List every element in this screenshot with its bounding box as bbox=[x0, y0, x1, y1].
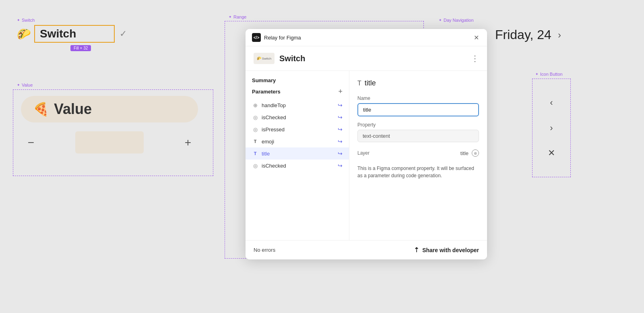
isChecked-2-arrow-icon: ↪ bbox=[338, 162, 343, 169]
handleTop-arrow-icon: ↪ bbox=[338, 102, 343, 108]
title-icon: T bbox=[252, 151, 258, 156]
layer-value-text: title bbox=[460, 150, 469, 156]
emoji-icon: T bbox=[252, 139, 258, 144]
component-thumbnail: 🌮 Switch bbox=[254, 53, 275, 64]
icon-button-box: ‹ › ✕ bbox=[532, 79, 571, 177]
isPressed-label: isPressed bbox=[262, 126, 285, 133]
title-arrow-icon: ↪ bbox=[338, 150, 343, 157]
value-text: Value bbox=[54, 101, 92, 118]
day-navigation-label: Day Navigation bbox=[439, 18, 474, 23]
fill-badge: Fill × 32 bbox=[70, 45, 91, 51]
name-field-input[interactable] bbox=[357, 103, 479, 116]
component-more-button[interactable]: ⋮ bbox=[471, 54, 479, 63]
icon-button-chevron-right[interactable]: › bbox=[550, 123, 553, 133]
relay-header-left: </> Relay for Figma bbox=[252, 33, 301, 42]
panel-body: Summary Parameters + ⊕ handleTop ↪ ◎ bbox=[246, 71, 487, 240]
isChecked-1-label: isChecked bbox=[262, 114, 286, 120]
param-row-title[interactable]: T title ↪ bbox=[246, 147, 349, 160]
layer-field-row: Layer title ⊕ bbox=[357, 148, 479, 158]
property-field-input[interactable] bbox=[357, 130, 479, 142]
emoji-label: emoji bbox=[262, 139, 274, 145]
parameters-title: Parameters bbox=[252, 89, 281, 95]
param-row-emoji[interactable]: T emoji ↪ bbox=[246, 135, 349, 147]
isPressed-icon: ◎ bbox=[252, 126, 258, 133]
pizza-emoji: 🍕 bbox=[33, 102, 49, 117]
param-row-isPressed[interactable]: ◎ isPressed ↪ bbox=[246, 123, 349, 135]
component-header-left: 🌮 Switch Switch bbox=[254, 53, 305, 64]
emoji-arrow-icon: ↪ bbox=[338, 138, 343, 145]
icon-button-chevron-left[interactable]: ‹ bbox=[550, 97, 553, 108]
range-label: Range bbox=[229, 15, 246, 19]
no-errors-text: No errors bbox=[254, 247, 275, 253]
value-rect bbox=[75, 131, 144, 153]
parameters-header: Parameters + bbox=[246, 87, 349, 99]
share-button-label: Share with developer bbox=[422, 247, 479, 253]
description-text: This is a Figma component property. It w… bbox=[357, 165, 479, 179]
property-field-label: Property bbox=[357, 122, 479, 128]
switch-component: 🌮 Switch ✓ bbox=[17, 25, 127, 43]
right-panel: T title Name Property Layer title ⊕ bbox=[349, 71, 487, 240]
param-row-handleTop[interactable]: ⊕ handleTop ↪ bbox=[246, 99, 349, 111]
day-navigation-date: Friday, 24 bbox=[495, 27, 551, 42]
taco-emoji: 🌮 bbox=[17, 27, 31, 41]
left-panel: Summary Parameters + ⊕ handleTop ↪ ◎ bbox=[246, 71, 349, 240]
switch-check-icon: ✓ bbox=[120, 29, 127, 39]
canvas: Switch 🌮 Switch ✓ Fill × 32 Value 🍕 Valu… bbox=[0, 0, 644, 313]
relay-panel-header: </> Relay for Figma ✕ bbox=[246, 29, 487, 46]
value-component-label: Value bbox=[17, 83, 33, 87]
name-field-row: Name bbox=[357, 95, 479, 116]
component-header: 🌮 Switch Switch ⋮ bbox=[246, 46, 487, 71]
share-with-developer-button[interactable]: ⇡ Share with developer bbox=[414, 246, 479, 254]
value-minus-button[interactable]: − bbox=[21, 136, 41, 149]
relay-close-button[interactable]: ✕ bbox=[472, 33, 481, 42]
relay-logo: </> bbox=[252, 33, 261, 42]
relay-panel-title: Relay for Figma bbox=[264, 35, 301, 41]
isChecked-1-icon: ◎ bbox=[252, 114, 258, 120]
isChecked-2-icon: ◎ bbox=[252, 163, 258, 169]
relay-panel: </> Relay for Figma ✕ 🌮 Switch Switch ⋮ bbox=[246, 29, 487, 259]
param-row-isChecked-2[interactable]: ◎ isChecked ↪ bbox=[246, 160, 349, 172]
isChecked-1-arrow-icon: ↪ bbox=[338, 114, 343, 120]
component-name: Switch bbox=[279, 54, 305, 63]
parameters-add-button[interactable]: + bbox=[338, 87, 343, 96]
switch-component-label: Switch bbox=[17, 18, 35, 23]
isChecked-2-label: isChecked bbox=[262, 163, 286, 169]
day-navigation-content: Friday, 24 › bbox=[495, 27, 561, 42]
value-controls: − + bbox=[21, 131, 198, 153]
name-field-label: Name bbox=[357, 95, 479, 101]
isPressed-arrow-icon: ↪ bbox=[338, 126, 343, 133]
right-title-row: T title bbox=[357, 79, 479, 87]
right-title-icon: T bbox=[357, 80, 361, 87]
icon-button-close[interactable]: ✕ bbox=[548, 148, 555, 158]
panel-footer: No errors ⇡ Share with developer bbox=[246, 240, 487, 259]
handleTop-label: handleTop bbox=[262, 102, 286, 108]
handleTop-icon: ⊕ bbox=[252, 102, 258, 108]
right-title-text: title bbox=[365, 79, 376, 87]
value-plus-button[interactable]: + bbox=[178, 136, 198, 149]
share-icon: ⇡ bbox=[414, 246, 419, 254]
switch-text-box: Switch bbox=[34, 25, 115, 43]
layer-field-label: Layer bbox=[357, 150, 369, 156]
value-pill: 🍕 Value bbox=[21, 96, 198, 122]
layer-field-value: title ⊕ bbox=[460, 149, 479, 157]
title-label: title bbox=[262, 151, 270, 157]
day-navigation-forward-icon[interactable]: › bbox=[558, 29, 561, 41]
param-row-isChecked-1[interactable]: ◎ isChecked ↪ bbox=[246, 111, 349, 123]
property-field-row: Property bbox=[357, 122, 479, 142]
icon-button-label: Icon Button bbox=[535, 72, 563, 77]
layer-target-icon[interactable]: ⊕ bbox=[472, 149, 479, 157]
summary-section-title: Summary bbox=[246, 77, 349, 87]
